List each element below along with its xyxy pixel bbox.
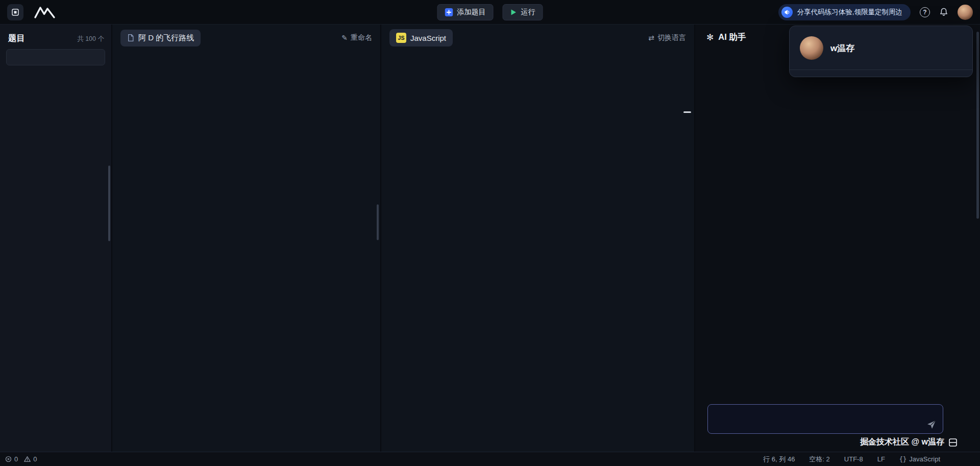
rename-button[interactable]: ✎ 重命名: [341, 33, 372, 42]
error-icon: [5, 456, 12, 462]
app-window: 添加题目 运行 分享代码练习体验,领限量定制周边 ?: [0, 0, 980, 466]
add-question-button[interactable]: 添加题目: [437, 4, 494, 20]
app-icon[interactable]: [7, 4, 23, 20]
brand-logo-icon: [32, 6, 58, 19]
user-menu: w温存: [789, 26, 973, 77]
megaphone-icon: [781, 7, 793, 18]
add-question-label: 添加题目: [457, 8, 486, 17]
question-count: 共 100 个: [77, 35, 104, 43]
warnings-indicator[interactable]: 0: [24, 455, 37, 463]
problem-file-icon: [127, 34, 134, 42]
errors-indicator[interactable]: 0: [5, 455, 18, 463]
user-menu-avatar: [800, 36, 823, 60]
run-button[interactable]: 运行: [503, 4, 543, 20]
ai-title: AI 助手: [718, 32, 746, 43]
switch-language-label: 切换语言: [657, 33, 686, 42]
help-glyph: ?: [923, 9, 926, 16]
plus-icon: [445, 8, 453, 16]
play-icon: [510, 9, 517, 16]
ai-input-box[interactable]: [707, 404, 943, 434]
watermark: 掘金技术社区 @ w温存: [695, 437, 958, 448]
problem-title: 阿 D 的飞行路线: [138, 33, 194, 43]
language-tab[interactable]: JS JavaScript: [389, 29, 453, 46]
help-icon[interactable]: ?: [920, 7, 930, 17]
language-mode-label: JavaScript: [909, 455, 940, 463]
sidebar-scrollbar[interactable]: [108, 166, 110, 241]
javascript-icon: JS: [396, 33, 406, 43]
pencil-icon: ✎: [341, 34, 348, 42]
encoding[interactable]: UTF-8: [844, 455, 863, 463]
error-count: 0: [14, 455, 18, 463]
warning-count: 0: [33, 455, 37, 463]
description-scrollbar[interactable]: [377, 204, 379, 240]
notifications-bell-icon[interactable]: [939, 7, 948, 17]
topbar: 添加题目 运行 分享代码练习体验,领限量定制周边 ?: [0, 0, 980, 25]
eol-setting[interactable]: LF: [877, 455, 885, 463]
search-input[interactable]: [16, 53, 108, 62]
ai-assistant-panel: ✻ AI 助手 掘金技术社区 @ w温存: [695, 25, 980, 452]
code-lines[interactable]: [381, 51, 694, 54]
ai-question-input[interactable]: [708, 405, 943, 433]
watermark-icon: [948, 438, 958, 447]
share-banner-label: 分享代码练习体验,领限量定制周边: [797, 8, 902, 17]
question-sidebar: 题目 共 100 个: [0, 25, 112, 452]
watermark-text: 掘金技术社区 @ w温存: [860, 437, 944, 448]
username: w温存: [830, 42, 854, 54]
rename-label: 重命名: [351, 33, 372, 42]
user-menu-header: w温存: [790, 29, 972, 67]
user-avatar[interactable]: [958, 5, 973, 20]
editor-overview-marker[interactable]: [683, 111, 691, 113]
language-label: JavaScript: [410, 34, 446, 42]
search-box[interactable]: [6, 49, 105, 65]
window-icon: [11, 8, 19, 16]
code-editor-panel: JS JavaScript ⇄ 切换语言: [381, 25, 695, 452]
braces-icon: {}: [899, 456, 906, 463]
ai-chat-body[interactable]: [695, 50, 980, 400]
swap-icon: ⇄: [648, 34, 654, 42]
sidebar-title: 题目: [8, 33, 25, 44]
cursor-position[interactable]: 行 6, 列 46: [763, 455, 795, 464]
send-icon[interactable]: [926, 419, 937, 429]
problem-title-tab[interactable]: 阿 D 的飞行路线: [120, 30, 201, 46]
language-mode[interactable]: {} JavaScript: [899, 455, 940, 463]
ai-sparkle-icon: ✻: [706, 32, 714, 43]
warning-icon: [24, 456, 31, 462]
indent-setting[interactable]: 空格: 2: [809, 455, 829, 464]
switch-language-button[interactable]: ⇄ 切换语言: [648, 33, 686, 42]
ai-scrollbar[interactable]: [976, 32, 979, 219]
run-label: 运行: [521, 8, 535, 17]
problem-list[interactable]: [0, 71, 111, 441]
markdown-lines[interactable]: [112, 51, 380, 54]
statusbar: 0 0 行 6, 列 46 空格: 2 UTF-8 LF {} JavaScri…: [0, 452, 980, 466]
share-banner-button[interactable]: 分享代码练习体验,领限量定制周边: [778, 4, 911, 20]
menu-divider: [790, 69, 972, 70]
description-panel: 阿 D 的飞行路线 ✎ 重命名: [112, 25, 381, 452]
